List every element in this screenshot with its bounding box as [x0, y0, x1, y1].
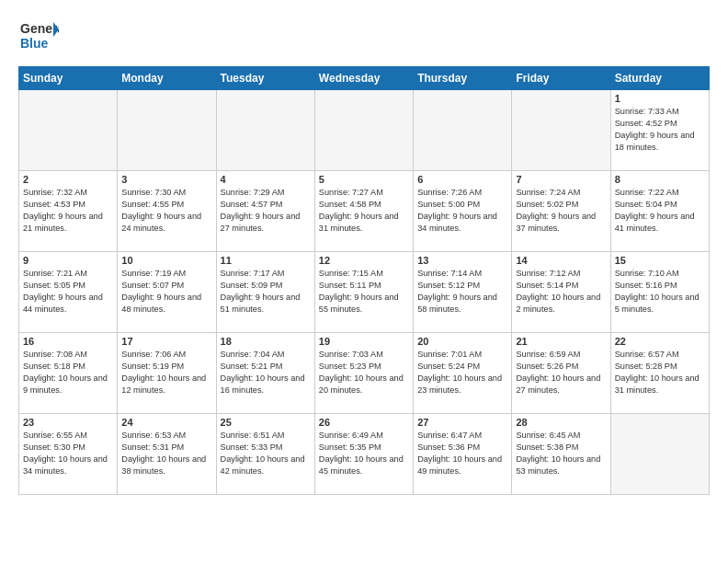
day-number: 14 [516, 255, 606, 266]
calendar-cell: 15Sunrise: 7:10 AMSunset: 5:16 PMDayligh… [610, 252, 709, 333]
day-info: Sunrise: 7:17 AMSunset: 5:09 PMDaylight:… [221, 268, 311, 316]
calendar-cell: 11Sunrise: 7:17 AMSunset: 5:09 PMDayligh… [216, 252, 314, 333]
calendar-cell: 18Sunrise: 7:04 AMSunset: 5:21 PMDayligh… [216, 333, 314, 414]
day-number: 16 [23, 336, 113, 347]
calendar-cell: 17Sunrise: 7:06 AMSunset: 5:19 PMDayligh… [118, 333, 216, 414]
weekday-friday: Friday [512, 67, 610, 90]
calendar-cell: 19Sunrise: 7:03 AMSunset: 5:23 PMDayligh… [314, 333, 413, 414]
day-number: 23 [23, 417, 113, 428]
weekday-saturday: Saturday [610, 67, 709, 90]
day-info: Sunrise: 7:29 AMSunset: 4:57 PMDaylight:… [221, 187, 311, 235]
calendar-cell [19, 90, 118, 171]
day-info: Sunrise: 7:15 AMSunset: 5:11 PMDaylight:… [319, 268, 409, 316]
calendar-cell [512, 90, 610, 171]
day-number: 12 [319, 255, 409, 266]
calendar-cell: 10Sunrise: 7:19 AMSunset: 5:07 PMDayligh… [118, 252, 216, 333]
calendar-cell: 21Sunrise: 6:59 AMSunset: 5:26 PMDayligh… [512, 333, 610, 414]
day-number: 27 [417, 417, 507, 428]
day-number: 15 [615, 255, 705, 266]
weekday-sunday: Sunday [19, 67, 118, 90]
day-info: Sunrise: 6:57 AMSunset: 5:28 PMDaylight:… [615, 349, 705, 396]
page: General Blue SundayMondayTuesdayWednesda… [0, 0, 728, 563]
calendar-cell: 25Sunrise: 6:51 AMSunset: 5:33 PMDayligh… [216, 414, 314, 495]
weekday-thursday: Thursday [414, 67, 512, 90]
calendar-cell: 1Sunrise: 7:33 AMSunset: 4:52 PMDaylight… [610, 90, 709, 171]
day-number: 8 [615, 174, 705, 185]
day-info: Sunrise: 7:21 AMSunset: 5:05 PMDaylight:… [23, 268, 113, 316]
day-number: 9 [23, 255, 113, 266]
calendar-cell [314, 90, 413, 171]
calendar-cell [610, 414, 709, 495]
calendar-cell [414, 90, 512, 171]
calendar-cell: 12Sunrise: 7:15 AMSunset: 5:11 PMDayligh… [314, 252, 413, 333]
day-info: Sunrise: 7:27 AMSunset: 4:58 PMDaylight:… [319, 187, 409, 235]
day-number: 2 [23, 174, 113, 185]
day-number: 10 [121, 255, 211, 266]
day-info: Sunrise: 7:26 AMSunset: 5:00 PMDaylight:… [417, 187, 507, 235]
weekday-header-row: SundayMondayTuesdayWednesdayThursdayFrid… [19, 67, 710, 90]
calendar-cell: 3Sunrise: 7:30 AMSunset: 4:55 PMDaylight… [118, 171, 216, 252]
day-info: Sunrise: 7:33 AMSunset: 4:52 PMDaylight:… [615, 106, 705, 154]
calendar-cell: 8Sunrise: 7:22 AMSunset: 5:04 PMDaylight… [610, 171, 709, 252]
calendar-cell: 16Sunrise: 7:08 AMSunset: 5:18 PMDayligh… [19, 333, 118, 414]
calendar-week-1: 2Sunrise: 7:32 AMSunset: 4:53 PMDaylight… [19, 171, 710, 252]
day-number: 26 [319, 417, 409, 428]
day-info: Sunrise: 6:47 AMSunset: 5:36 PMDaylight:… [417, 430, 507, 477]
day-info: Sunrise: 7:19 AMSunset: 5:07 PMDaylight:… [121, 268, 211, 316]
day-number: 21 [516, 336, 606, 347]
day-number: 4 [221, 174, 311, 185]
calendar-table: SundayMondayTuesdayWednesdayThursdayFrid… [18, 66, 710, 495]
day-info: Sunrise: 6:59 AMSunset: 5:26 PMDaylight:… [516, 349, 606, 396]
logo: General Blue [18, 15, 59, 59]
day-info: Sunrise: 7:08 AMSunset: 5:18 PMDaylight:… [23, 349, 113, 396]
day-info: Sunrise: 6:53 AMSunset: 5:31 PMDaylight:… [121, 430, 211, 477]
day-info: Sunrise: 7:24 AMSunset: 5:02 PMDaylight:… [516, 187, 606, 235]
day-number: 11 [221, 255, 311, 266]
day-info: Sunrise: 7:10 AMSunset: 5:16 PMDaylight:… [615, 268, 705, 316]
calendar-cell: 24Sunrise: 6:53 AMSunset: 5:31 PMDayligh… [118, 414, 216, 495]
day-number: 5 [319, 174, 409, 185]
day-number: 24 [121, 417, 211, 428]
calendar-cell [118, 90, 216, 171]
weekday-wednesday: Wednesday [314, 67, 413, 90]
calendar-cell: 2Sunrise: 7:32 AMSunset: 4:53 PMDaylight… [19, 171, 118, 252]
day-info: Sunrise: 7:06 AMSunset: 5:19 PMDaylight:… [121, 349, 211, 396]
day-info: Sunrise: 7:03 AMSunset: 5:23 PMDaylight:… [319, 349, 409, 396]
day-info: Sunrise: 6:49 AMSunset: 5:35 PMDaylight:… [319, 430, 409, 477]
calendar-cell: 4Sunrise: 7:29 AMSunset: 4:57 PMDaylight… [216, 171, 314, 252]
calendar-cell: 5Sunrise: 7:27 AMSunset: 4:58 PMDaylight… [314, 171, 413, 252]
day-info: Sunrise: 7:04 AMSunset: 5:21 PMDaylight:… [221, 349, 311, 396]
calendar-cell [216, 90, 314, 171]
calendar-cell: 6Sunrise: 7:26 AMSunset: 5:00 PMDaylight… [414, 171, 512, 252]
logo-icon: General Blue [18, 15, 59, 55]
day-number: 6 [417, 174, 507, 185]
calendar-cell: 9Sunrise: 7:21 AMSunset: 5:05 PMDaylight… [19, 252, 118, 333]
calendar-cell: 26Sunrise: 6:49 AMSunset: 5:35 PMDayligh… [314, 414, 413, 495]
calendar-cell: 7Sunrise: 7:24 AMSunset: 5:02 PMDaylight… [512, 171, 610, 252]
day-number: 28 [516, 417, 606, 428]
day-info: Sunrise: 6:51 AMSunset: 5:33 PMDaylight:… [221, 430, 311, 477]
header: General Blue [18, 15, 710, 59]
calendar-cell: 27Sunrise: 6:47 AMSunset: 5:36 PMDayligh… [414, 414, 512, 495]
day-info: Sunrise: 7:12 AMSunset: 5:14 PMDaylight:… [516, 268, 606, 316]
day-number: 20 [417, 336, 507, 347]
svg-text:General: General [20, 21, 59, 36]
day-number: 22 [615, 336, 705, 347]
day-number: 13 [417, 255, 507, 266]
calendar-cell: 23Sunrise: 6:55 AMSunset: 5:30 PMDayligh… [19, 414, 118, 495]
calendar-week-2: 9Sunrise: 7:21 AMSunset: 5:05 PMDaylight… [19, 252, 710, 333]
calendar-week-3: 16Sunrise: 7:08 AMSunset: 5:18 PMDayligh… [19, 333, 710, 414]
calendar-cell: 28Sunrise: 6:45 AMSunset: 5:38 PMDayligh… [512, 414, 610, 495]
day-info: Sunrise: 7:22 AMSunset: 5:04 PMDaylight:… [615, 187, 705, 235]
weekday-tuesday: Tuesday [216, 67, 314, 90]
day-info: Sunrise: 7:14 AMSunset: 5:12 PMDaylight:… [417, 268, 507, 316]
day-number: 18 [221, 336, 311, 347]
svg-text:Blue: Blue [20, 36, 49, 51]
weekday-monday: Monday [118, 67, 216, 90]
day-number: 3 [121, 174, 211, 185]
day-info: Sunrise: 7:32 AMSunset: 4:53 PMDaylight:… [23, 187, 113, 235]
day-number: 1 [615, 93, 705, 104]
day-info: Sunrise: 6:45 AMSunset: 5:38 PMDaylight:… [516, 430, 606, 477]
day-number: 7 [516, 174, 606, 185]
calendar-cell: 13Sunrise: 7:14 AMSunset: 5:12 PMDayligh… [414, 252, 512, 333]
